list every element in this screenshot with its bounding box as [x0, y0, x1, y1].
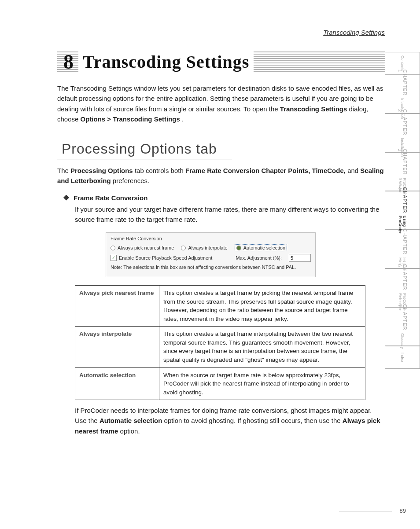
- radio-icon: [111, 246, 115, 250]
- radio-label: Always interpolate: [188, 245, 227, 250]
- side-tab[interactable]: CHAPTER 2Installation: [385, 114, 420, 152]
- page-number: 89: [400, 507, 406, 514]
- subsection-heading: Processing Options tab: [57, 139, 232, 159]
- closing-paragraph: If ProCoder needs to interpolate frames …: [75, 405, 385, 436]
- side-tab[interactable]: CHAPTER 7Glossary: [385, 307, 420, 346]
- radio-label: Always pick nearest frame: [118, 245, 174, 250]
- checkbox-label: Enable Source Playback Speed Adjustment: [119, 255, 212, 261]
- max-adjust-label: Max. Adjustment (%):: [236, 255, 282, 261]
- tab-label: Index: [400, 353, 405, 362]
- running-head: Transcoding Settings: [57, 29, 385, 36]
- table-row: Always interpolate This option creates a…: [75, 327, 365, 367]
- section-title: 8 Transcoding Settings: [57, 51, 385, 72]
- bold: Processing Options: [70, 167, 133, 174]
- section-title-text: Transcoding Settings: [78, 51, 254, 72]
- text: option.: [120, 427, 140, 435]
- checkbox-enable-speed-adjust[interactable]: ✓Enable Source Playback Speed Adjustment: [111, 255, 212, 261]
- side-tab[interactable]: CHAPTER 3ProCoder 3 Wizard: [385, 152, 420, 191]
- option-name: Automatic selection: [75, 367, 159, 400]
- side-tabs: ContentsCHAPTER 1IntroductionCHAPTER 2In…: [385, 52, 420, 369]
- text: option to avoid ghosting. If ghosting st…: [164, 417, 343, 424]
- side-tab[interactable]: Index: [385, 346, 420, 369]
- bullet-body: If your source and your target have diff…: [75, 204, 385, 225]
- section-number: 8: [63, 50, 74, 73]
- bold: Transcoding Settings: [280, 105, 347, 113]
- option-name: Always interpolate: [75, 327, 159, 367]
- option-desc: This option creates a target frame inter…: [159, 327, 365, 367]
- side-tab[interactable]: CHAPTER 1Introduction: [385, 75, 420, 114]
- bold: Options > Transcoding Settings: [81, 115, 180, 123]
- table-row: Automatic selection When the source or t…: [75, 367, 365, 400]
- radio-interpolate[interactable]: Always interpolate: [181, 245, 227, 250]
- radio-automatic[interactable]: Automatic selection: [235, 244, 287, 251]
- text: tab controls both: [135, 167, 185, 174]
- groupbox-title: Frame Rate Conversion: [111, 236, 311, 241]
- option-name: Always pick nearest frame: [75, 286, 159, 327]
- bold: Automatic selection: [99, 417, 162, 424]
- bullet-heading: Frame Rate Conversion: [63, 194, 385, 202]
- page-rule: [339, 511, 392, 511]
- bullet-title: Frame Rate Conversion: [74, 194, 147, 202]
- text: The: [57, 167, 70, 174]
- section-title-band: 8 Transcoding Settings: [57, 51, 385, 72]
- tab-chapter: CHAPTER 4: [397, 187, 408, 213]
- dialog-screenshot: Frame Rate Conversion Always pick neares…: [106, 232, 316, 277]
- checkbox-icon: ✓: [111, 255, 117, 261]
- tab-chapter: CHAPTER 3: [397, 149, 408, 175]
- max-adjust-input[interactable]: [289, 254, 311, 262]
- side-tab[interactable]: CHAPTER 4Using ProCoder: [385, 191, 420, 230]
- subsection-intro: The Processing Options tab controls both…: [57, 165, 385, 186]
- note-text: Note: The selections in this box are not…: [111, 264, 296, 270]
- tab-chapter: CHAPTER 6: [397, 264, 408, 290]
- tab-chapter: CHAPTER 1: [397, 70, 408, 96]
- text: preferences.: [113, 177, 149, 184]
- tab-chapter: CHAPTER 2: [397, 109, 408, 136]
- radio-icon: [236, 246, 241, 250]
- tab-label: Contents: [400, 55, 405, 71]
- radio-nearest[interactable]: Always pick nearest frame: [111, 245, 174, 250]
- radio-icon: [181, 246, 186, 250]
- text: .: [182, 115, 184, 123]
- option-desc: When the source or target frame rate is …: [159, 367, 365, 400]
- side-tab[interactable]: CHAPTER 5Helpful Hints: [385, 230, 420, 268]
- radio-label: Automatic selection: [243, 245, 285, 250]
- tab-chapter: CHAPTER 7: [397, 304, 408, 331]
- diamond-icon: [63, 195, 69, 201]
- table-row: Always pick nearest frame This option cr…: [75, 286, 365, 327]
- bold: Frame Rate Conversion Chapter Points, Ti…: [185, 167, 346, 174]
- intro-paragraph: The Transcoding Settings window lets you…: [57, 83, 385, 124]
- tab-chapter: CHAPTER 5: [397, 228, 408, 255]
- side-tab[interactable]: CHAPTER 6ProCoder Reference: [385, 268, 420, 307]
- options-table: Always pick nearest frame This option cr…: [75, 285, 365, 400]
- option-desc: This option creates a target frame by pi…: [159, 286, 365, 327]
- tab-label: Glossary: [400, 333, 405, 349]
- text: and: [347, 167, 360, 174]
